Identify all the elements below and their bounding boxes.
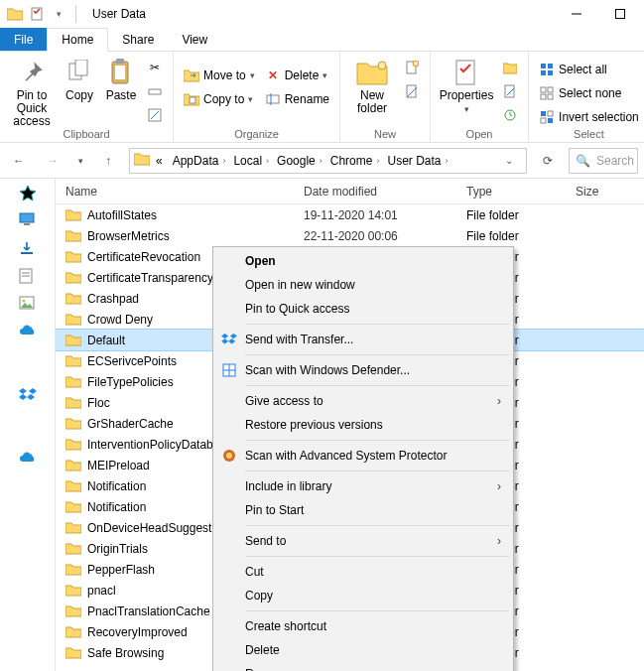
open-small-button[interactable]	[498, 57, 522, 78]
invert-selection-button[interactable]: Invert selection	[535, 106, 643, 128]
copy-to-button[interactable]: Copy to ▾	[180, 88, 259, 110]
svg-rect-18	[505, 85, 514, 97]
paste-button[interactable]: Paste	[101, 55, 141, 102]
pin-icon	[16, 57, 48, 88]
properties-qat-icon[interactable]	[28, 5, 46, 23]
col-date[interactable]: Date modified	[294, 185, 456, 199]
menu-separator	[245, 440, 509, 441]
move-icon	[184, 67, 199, 83]
select-all-button[interactable]: Select all	[535, 59, 643, 80]
col-type[interactable]: Type	[456, 185, 566, 199]
col-size[interactable]: Size	[566, 185, 644, 199]
menu-item[interactable]: Give access to›	[215, 389, 511, 413]
pictures-icon[interactable]	[19, 296, 37, 314]
titlebar: ▾ User Data	[0, 0, 644, 28]
new-item-button[interactable]	[400, 57, 424, 78]
menu-item[interactable]: Pin to Start	[215, 498, 511, 522]
tab-file[interactable]: File	[0, 28, 47, 51]
downloads-icon[interactable]	[19, 240, 37, 258]
refresh-button[interactable]: ⟳	[535, 148, 561, 174]
crumb[interactable]: AppData›	[169, 154, 230, 168]
menu-item[interactable]: Pin to Quick access	[215, 297, 511, 321]
tab-view[interactable]: View	[168, 28, 221, 51]
menu-item[interactable]: Restore previous versions	[215, 413, 511, 437]
menu-item[interactable]: Open	[215, 249, 511, 273]
delete-button[interactable]: ✕ Delete ▾	[261, 65, 333, 86]
minimize-button[interactable]	[555, 0, 598, 28]
group-open-label: Open	[431, 128, 528, 142]
delete-label: Delete	[285, 68, 320, 82]
svg-rect-2	[616, 10, 625, 19]
history-small-button[interactable]	[498, 104, 522, 126]
back-button[interactable]: ←	[6, 148, 32, 174]
easy-access-button[interactable]	[400, 80, 424, 102]
svg-rect-0	[32, 8, 42, 20]
crumb[interactable]: Google›	[273, 154, 326, 168]
edit-small-button[interactable]	[498, 80, 522, 102]
defender-icon	[221, 362, 237, 378]
onedrive-icon[interactable]	[19, 324, 37, 341]
paste-icon	[105, 57, 137, 88]
menu-item[interactable]: Open in new window	[215, 273, 511, 297]
svg-rect-26	[541, 94, 546, 99]
menu-item-label: Scan with Windows Defender...	[245, 363, 410, 377]
onedrive2-icon[interactable]	[19, 451, 37, 469]
tab-home[interactable]: Home	[47, 28, 108, 52]
dropbox-icon[interactable]	[19, 387, 37, 405]
menu-item[interactable]: Send with Transfer...	[215, 328, 511, 351]
crumb[interactable]: Chrome›	[326, 154, 384, 168]
select-none-button[interactable]: Select none	[535, 82, 643, 104]
copy-button[interactable]: Copy	[60, 55, 99, 102]
menu-item[interactable]: Scan with Advanced System Protector	[215, 444, 511, 468]
delete-icon: ✕	[265, 67, 281, 83]
menu-item[interactable]: Scan with Windows Defender...	[215, 358, 511, 382]
copy-to-icon	[184, 91, 199, 107]
menu-item[interactable]: Include in library›	[215, 474, 511, 498]
forward-button[interactable]: →	[40, 148, 65, 174]
group-organize-label: Organize	[174, 128, 339, 142]
table-row[interactable]: AutofillStates19-11-2020 14:01File folde…	[56, 204, 644, 225]
documents-icon[interactable]	[19, 268, 37, 286]
svg-rect-25	[548, 87, 553, 92]
qat-dropdown-icon[interactable]: ▾	[50, 5, 67, 23]
menu-item[interactable]: Copy	[215, 584, 511, 607]
move-to-button[interactable]: Move to ▾	[180, 65, 259, 86]
menu-item[interactable]: Send to›	[215, 529, 511, 553]
menu-item[interactable]: Create shortcut	[215, 614, 511, 638]
search-box[interactable]: 🔍 Search	[569, 148, 638, 174]
crumb[interactable]: User Data›	[383, 154, 451, 168]
desktop-icon[interactable]	[19, 212, 37, 230]
menu-item[interactable]: Cut	[215, 560, 511, 584]
menu-item-label: Open	[245, 254, 276, 268]
nav-pane[interactable]	[0, 179, 56, 671]
cell-name: BrowserMetrics	[56, 229, 294, 243]
recent-locations-button[interactable]: ▾	[73, 148, 87, 174]
menu-item-label: Include in library	[245, 479, 331, 493]
quick-access-icon[interactable]	[19, 185, 37, 202]
pin-quick-access-button[interactable]: Pin to Quick access	[6, 55, 58, 128]
group-select: Select all Select none Invert selection …	[529, 52, 644, 142]
menu-item[interactable]: Rename	[215, 662, 511, 671]
paste-shortcut-small-button[interactable]	[143, 104, 167, 126]
rename-button[interactable]: Rename	[261, 88, 333, 110]
crumb[interactable]: Local›	[229, 154, 273, 168]
paste-label: Paste	[106, 89, 137, 102]
table-row[interactable]: BrowserMetrics22-11-2020 00:06File folde…	[56, 225, 644, 246]
menu-item[interactable]: Delete	[215, 638, 511, 662]
maximize-button[interactable]	[598, 0, 642, 28]
properties-button[interactable]: Properties ▾	[437, 55, 496, 116]
menu-item-label: Pin to Start	[245, 503, 304, 517]
cut-small-button[interactable]: ✂	[143, 57, 167, 78]
new-folder-button[interactable]: New folder	[346, 55, 398, 115]
crumb-prefix[interactable]: «	[152, 154, 167, 168]
tab-share[interactable]: Share	[108, 28, 168, 51]
column-headers[interactable]: Name Date modified Type Size	[56, 179, 644, 204]
address-bar[interactable]: « AppData›Local›Google›Chrome›User Data›…	[129, 148, 527, 174]
menu-item-label: Give access to	[245, 394, 323, 408]
copy-path-small-button[interactable]	[143, 80, 167, 102]
up-button[interactable]: ↑	[95, 148, 121, 174]
folder-icon[interactable]	[6, 5, 24, 23]
address-dropdown-button[interactable]: ⌄	[496, 148, 522, 174]
invert-label: Invert selection	[559, 110, 639, 124]
col-name[interactable]: Name	[56, 185, 294, 199]
